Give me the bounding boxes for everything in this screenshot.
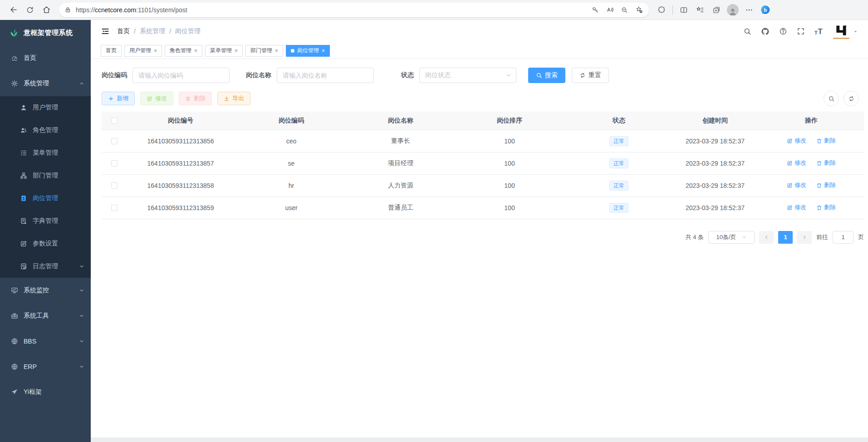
- row-checkbox[interactable]: [111, 205, 118, 211]
- tab-close-icon[interactable]: ×: [275, 48, 278, 54]
- cell-post-id: 1641030593112313859: [127, 196, 234, 219]
- browser-menu-button[interactable]: [741, 2, 757, 18]
- tab-roles[interactable]: 角色管理 ×: [165, 45, 202, 57]
- sidebar-item-label: 用户管理: [33, 103, 58, 112]
- sidebar-item-system[interactable]: 系统管理: [0, 71, 91, 96]
- sidebar-item-parameters[interactable]: 参数设置: [0, 232, 91, 255]
- page-number-1[interactable]: 1: [778, 231, 793, 244]
- address-bar[interactable]: https://ccnetcore.com:1101/system/post: [59, 3, 649, 17]
- sidebar-item-users[interactable]: 用户管理: [0, 96, 91, 119]
- font-size-icon[interactable]: TT: [814, 28, 823, 35]
- chevron-down-icon: [79, 339, 84, 344]
- select-all-checkbox[interactable]: [111, 118, 118, 124]
- tab-posts[interactable]: 岗位管理 ×: [286, 45, 330, 57]
- read-aloud-button[interactable]: [603, 4, 617, 16]
- column-status: 状态: [566, 112, 672, 130]
- sidebar-item-tools[interactable]: 系统工具: [0, 303, 91, 329]
- sidebar-item-posts[interactable]: 岗位管理: [0, 187, 91, 210]
- tab-close-icon[interactable]: ×: [235, 48, 238, 54]
- edit-icon: [787, 205, 793, 211]
- column-post-sort: 岗位排序: [453, 112, 566, 130]
- sidebar-fold-button[interactable]: [101, 27, 110, 36]
- horizontal-scrollbar-track[interactable]: [91, 437, 868, 442]
- sidebar-item-bbs[interactable]: BBS: [0, 329, 91, 354]
- row-checkbox[interactable]: [111, 138, 118, 144]
- next-page-button[interactable]: [797, 231, 812, 244]
- row-edit-link[interactable]: 修改: [787, 137, 806, 145]
- tab-close-icon[interactable]: ×: [194, 48, 197, 54]
- header-search-icon[interactable]: [743, 27, 751, 35]
- tab-close-icon[interactable]: ×: [322, 48, 325, 54]
- tab-users[interactable]: 用户管理 ×: [124, 45, 162, 57]
- menu-tree-icon: [20, 149, 27, 157]
- status-select[interactable]: 岗位状态: [419, 68, 516, 83]
- user-avatar[interactable]: [832, 24, 858, 39]
- sidebar-item-erp[interactable]: ERP: [0, 354, 91, 379]
- avatar-logo: [832, 24, 850, 39]
- browser-home-button[interactable]: [38, 2, 54, 18]
- password-button[interactable]: [588, 4, 603, 16]
- show-search-toggle-button[interactable]: [824, 91, 839, 106]
- refresh-table-button[interactable]: [843, 91, 859, 106]
- sidebar-item-yi-framework[interactable]: Yi框架: [0, 379, 91, 405]
- row-edit-link[interactable]: 修改: [787, 159, 806, 167]
- chevron-up-icon: [79, 81, 84, 86]
- post-code-input[interactable]: [132, 68, 230, 83]
- page-size-select[interactable]: 10条/页: [708, 231, 755, 244]
- browser-refresh-button[interactable]: [22, 2, 38, 18]
- reset-button[interactable]: 重置: [572, 68, 609, 83]
- github-icon[interactable]: [761, 27, 770, 36]
- tab-close-icon[interactable]: ×: [154, 48, 157, 54]
- fullscreen-icon[interactable]: [797, 27, 805, 35]
- collections-button[interactable]: [708, 2, 725, 18]
- copilot-button[interactable]: b: [757, 2, 774, 18]
- row-edit-link[interactable]: 修改: [787, 181, 806, 189]
- sidebar-item-roles[interactable]: 角色管理: [0, 119, 91, 142]
- row-delete-link[interactable]: 删除: [816, 137, 836, 145]
- favorites-button[interactable]: [692, 2, 708, 18]
- table-row: 1641030593112313857 se 项目经理 100 正常 2023-…: [102, 152, 864, 174]
- row-delete-link[interactable]: 删除: [816, 203, 836, 211]
- breadcrumb-home[interactable]: 首页: [117, 27, 130, 35]
- browser-back-button[interactable]: [5, 2, 22, 18]
- row-checkbox[interactable]: [111, 160, 118, 167]
- sidebar-item-menus[interactable]: 菜单管理: [0, 142, 91, 164]
- page-header: 首页 / 系统管理 / 岗位管理 TT: [91, 20, 868, 43]
- active-dot: [291, 49, 294, 53]
- tab-label: 部门管理: [250, 47, 272, 54]
- globe-icon: [11, 363, 18, 370]
- zoom-out-icon: [621, 6, 628, 14]
- help-icon[interactable]: [779, 27, 787, 35]
- edit-button[interactable]: 修改: [140, 92, 173, 105]
- sidebar-item-home[interactable]: 首页: [0, 45, 91, 71]
- tab-home[interactable]: 首页: [101, 45, 122, 57]
- goto-page-input[interactable]: [833, 231, 853, 244]
- cell-post-name: 项目经理: [348, 152, 453, 174]
- breadcrumb-separator: /: [169, 28, 171, 35]
- post-name-input[interactable]: [277, 68, 374, 83]
- row-delete-link[interactable]: 删除: [816, 181, 836, 189]
- profile-button[interactable]: [725, 2, 741, 18]
- row-delete-link[interactable]: 删除: [816, 159, 836, 167]
- row-checkbox[interactable]: [111, 182, 118, 189]
- tab-departments[interactable]: 部门管理 ×: [245, 45, 283, 57]
- sidebar-item-departments[interactable]: 部门管理: [0, 164, 91, 187]
- breadcrumb-system[interactable]: 系统管理: [140, 27, 165, 35]
- url-host: ccnetcore.com: [95, 6, 136, 14]
- zoom-out-button[interactable]: [617, 4, 632, 16]
- tab-menus[interactable]: 菜单管理 ×: [205, 45, 243, 57]
- prev-page-button[interactable]: [759, 231, 774, 244]
- sidebar-item-logs[interactable]: 日志管理: [0, 255, 91, 278]
- search-button[interactable]: 搜索: [528, 68, 565, 83]
- cell-post-name: 普通员工: [348, 196, 453, 219]
- delete-button[interactable]: 删除: [179, 92, 212, 105]
- split-screen-button[interactable]: [676, 2, 692, 18]
- row-edit-link[interactable]: 修改: [787, 203, 806, 211]
- sidebar-item-monitoring[interactable]: 系统监控: [0, 278, 91, 303]
- add-button[interactable]: 新增: [102, 92, 135, 105]
- extensions-button[interactable]: [653, 2, 670, 18]
- export-button[interactable]: 导出: [217, 92, 250, 105]
- sidebar-item-dictionaries[interactable]: 字典管理: [0, 210, 91, 232]
- table-toolbar: 新增 修改 删除 导出: [102, 91, 868, 106]
- favorite-add-button[interactable]: [632, 4, 646, 16]
